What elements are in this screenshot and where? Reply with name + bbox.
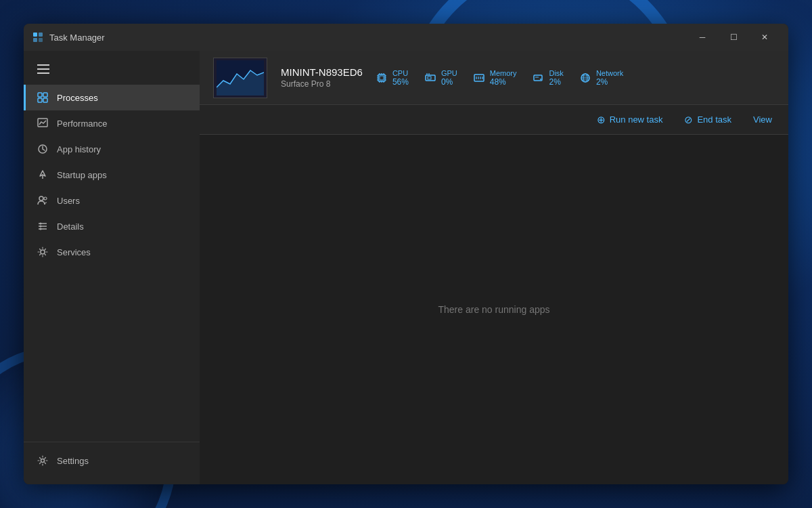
metric-network-data: Network 2% [596, 69, 623, 87]
svg-rect-24 [380, 76, 384, 80]
view-button[interactable]: View [748, 112, 777, 127]
svg-rect-1 [39, 33, 43, 37]
svg-point-19 [41, 250, 45, 254]
end-task-label: End task [697, 114, 731, 125]
end-task-icon: ⊘ [684, 114, 693, 126]
svg-point-20 [41, 459, 45, 463]
svg-point-16 [40, 223, 42, 225]
sidebar-item-services[interactable]: Services [24, 239, 200, 265]
view-label: View [753, 114, 772, 125]
sidebar-item-processes[interactable]: Processes [24, 85, 200, 110]
titlebar: Task Manager ─ ☐ ✕ [24, 24, 788, 51]
sidebar-item-label-details: Details [57, 221, 84, 232]
svg-rect-7 [43, 98, 47, 102]
sidebar-item-label-performance: Performance [57, 119, 107, 129]
header-bar: MININT-N893ED6 Surface Pro 8 [200, 51, 788, 105]
empty-message: There are no running apps [438, 304, 550, 315]
maximize-button[interactable]: ☐ [718, 26, 749, 48]
pc-name: MININT-N893ED6 [281, 66, 363, 78]
svg-rect-6 [38, 98, 42, 102]
metric-network-value: 2% [596, 77, 623, 87]
metric-cpu-value: 56% [392, 77, 409, 87]
run-new-task-label: Run new task [610, 114, 663, 125]
sidebar-item-label-users: Users [57, 196, 80, 206]
main-content-area: There are no running apps [200, 135, 788, 484]
svg-point-18 [40, 228, 42, 230]
sidebar-item-app-history[interactable]: App history [24, 136, 200, 162]
metric-memory-label: Memory [490, 69, 517, 77]
metric-memory-value: 48% [490, 77, 517, 87]
metric-gpu-value: 0% [441, 77, 457, 87]
svg-point-47 [540, 79, 541, 80]
app-icon [32, 31, 44, 43]
window-content: Processes Performance [24, 51, 788, 484]
gpu-icon [425, 72, 436, 83]
svg-point-17 [40, 226, 42, 228]
details-icon [37, 220, 49, 232]
end-task-button[interactable]: ⊘ End task [679, 111, 737, 129]
services-icon [37, 246, 49, 258]
window-controls: ─ ☐ ✕ [687, 26, 780, 48]
svg-rect-3 [39, 38, 43, 42]
sidebar-item-performance[interactable]: Performance [24, 110, 200, 136]
svg-point-11 [39, 196, 43, 200]
pc-info: MININT-N893ED6 Surface Pro 8 [281, 66, 363, 89]
settings-icon [37, 454, 49, 467]
clock-icon [37, 143, 49, 155]
metric-gpu-label: GPU [441, 69, 457, 77]
metric-gpu-data: GPU 0% [441, 69, 457, 87]
metric-disk: Disk 2% [533, 69, 563, 87]
sidebar-bottom: Settings [24, 442, 200, 479]
metric-gpu: GPU 0% [425, 69, 457, 87]
metric-network-label: Network [596, 69, 623, 77]
task-manager-window: Task Manager ─ ☐ ✕ [24, 24, 788, 484]
metric-network: Network 2% [580, 69, 623, 87]
users-icon [37, 194, 49, 207]
metric-cpu-label: CPU [392, 69, 409, 77]
sidebar-item-details[interactable]: Details [24, 213, 200, 239]
disk-icon [533, 72, 543, 83]
svg-rect-0 [33, 33, 37, 37]
main-area: MININT-N893ED6 Surface Pro 8 [200, 51, 788, 484]
sidebar-item-label-services: Services [57, 247, 91, 257]
hamburger-button[interactable] [35, 62, 52, 77]
cpu-icon [376, 72, 387, 83]
sidebar-item-label-settings: Settings [57, 456, 89, 466]
chart-icon [37, 117, 49, 129]
sidebar-item-settings[interactable]: Settings [24, 448, 200, 473]
sidebar-item-label-processes: Processes [57, 93, 98, 103]
metrics: CPU 56% [376, 69, 775, 87]
sidebar-item-label-startup-apps: Startup apps [57, 170, 107, 180]
sidebar-header [24, 56, 200, 85]
grid-icon [37, 91, 49, 104]
metric-disk-label: Disk [549, 69, 563, 77]
network-icon [580, 72, 591, 83]
memory-icon [474, 72, 484, 83]
pc-thumbnail [213, 58, 267, 98]
svg-rect-5 [43, 93, 47, 97]
run-new-task-icon: ⊕ [597, 114, 606, 126]
window-title: Task Manager [49, 33, 687, 43]
metric-disk-value: 2% [549, 77, 563, 87]
startup-icon [37, 169, 49, 181]
pc-model: Surface Pro 8 [281, 79, 363, 89]
sidebar-item-label-app-history: App history [57, 144, 101, 154]
minimize-button[interactable]: ─ [687, 26, 718, 48]
metric-cpu-data: CPU 56% [392, 69, 409, 87]
metric-cpu: CPU 56% [376, 69, 409, 87]
svg-rect-37 [426, 75, 435, 81]
pc-thumbnail-chart [217, 60, 264, 96]
metric-disk-data: Disk 2% [549, 69, 563, 87]
svg-rect-38 [428, 77, 431, 79]
metric-memory: Memory 48% [474, 69, 517, 87]
toolbar: ⊕ Run new task ⊘ End task View [200, 105, 788, 135]
svg-rect-4 [38, 93, 42, 97]
close-button[interactable]: ✕ [749, 26, 780, 48]
nav-items: Processes Performance [24, 85, 200, 442]
svg-rect-2 [33, 38, 37, 42]
run-new-task-button[interactable]: ⊕ Run new task [591, 111, 669, 129]
sidebar-item-users[interactable]: Users [24, 188, 200, 213]
sidebar-item-startup-apps[interactable]: Startup apps [24, 162, 200, 188]
sidebar: Processes Performance [24, 51, 200, 484]
svg-point-12 [44, 197, 47, 200]
